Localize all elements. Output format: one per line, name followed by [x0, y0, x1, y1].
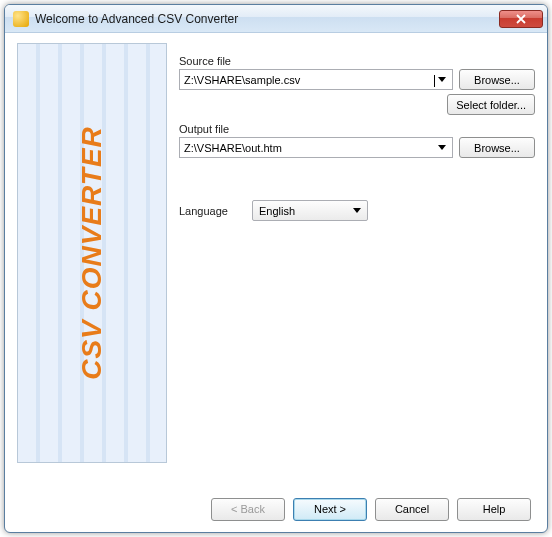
language-select[interactable]: English	[252, 200, 368, 221]
chevron-down-icon	[438, 145, 446, 151]
output-browse-button[interactable]: Browse...	[459, 137, 535, 158]
source-browse-button[interactable]: Browse...	[459, 69, 535, 90]
cancel-button[interactable]: Cancel	[375, 498, 449, 521]
source-file-dropdown[interactable]	[434, 71, 450, 88]
close-icon	[516, 14, 526, 24]
app-icon	[13, 11, 29, 27]
window-title: Welcome to Advanced CSV Converter	[35, 12, 499, 26]
chevron-down-icon	[353, 208, 361, 214]
source-file-input[interactable]: Z:\VSHARE\sample.csv	[184, 74, 434, 86]
source-file-combo[interactable]: Z:\VSHARE\sample.csv	[179, 69, 453, 90]
output-file-label: Output file	[179, 123, 535, 135]
dialog-window: Welcome to Advanced CSV Converter CSV CO…	[4, 4, 548, 533]
select-folder-button[interactable]: Select folder...	[447, 94, 535, 115]
language-dropdown[interactable]	[349, 202, 365, 219]
sidebar-banner: CSV CONVERTER	[17, 43, 167, 463]
help-button[interactable]: Help	[457, 498, 531, 521]
footer: < Back Next > Cancel Help	[5, 486, 547, 532]
source-file-label: Source file	[179, 55, 535, 67]
titlebar[interactable]: Welcome to Advanced CSV Converter	[5, 5, 547, 33]
chevron-down-icon	[438, 77, 446, 83]
next-button[interactable]: Next >	[293, 498, 367, 521]
output-file-combo[interactable]: Z:\VSHARE\out.htm	[179, 137, 453, 158]
output-file-dropdown[interactable]	[434, 139, 450, 156]
brand-text: CSV CONVERTER	[76, 126, 108, 380]
language-label: Language	[179, 205, 228, 217]
back-button: < Back	[211, 498, 285, 521]
main-panel: Source file Z:\VSHARE\sample.csv Browse.…	[179, 43, 535, 485]
close-button[interactable]	[499, 10, 543, 28]
language-value: English	[259, 205, 349, 217]
content-area: CSV CONVERTER Source file Z:\VSHARE\samp…	[5, 33, 547, 485]
output-file-input[interactable]: Z:\VSHARE\out.htm	[184, 142, 434, 154]
